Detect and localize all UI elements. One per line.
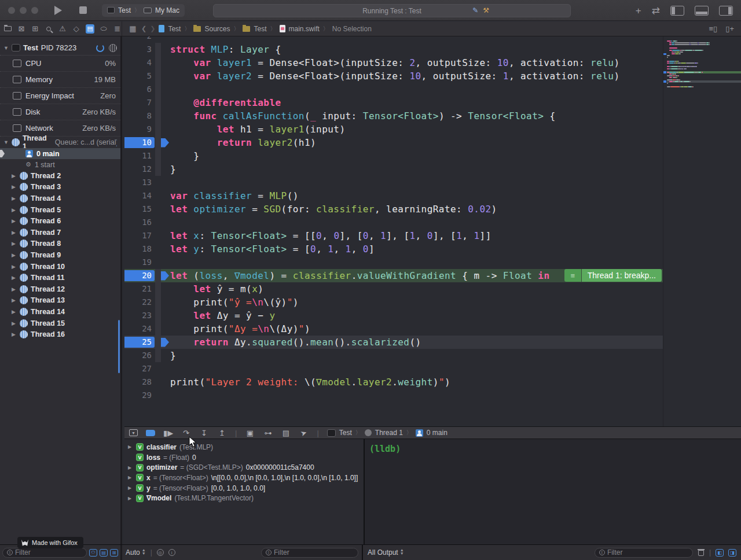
thread-row-thread-16[interactable]: ▶Thread 16 xyxy=(0,329,120,340)
line-number[interactable]: 22 xyxy=(124,296,155,309)
thread-row-thread-15[interactable]: ▶Thread 15 xyxy=(0,318,120,329)
code-line-8[interactable]: 8 func callAsFunction(_ input: Tensor<Fl… xyxy=(124,109,663,123)
thread-row-thread-3[interactable]: ▶Thread 3 xyxy=(0,182,120,193)
line-number[interactable]: 12 xyxy=(124,163,155,176)
code-line-10[interactable]: 10 return layer2(h1) xyxy=(124,136,663,149)
line-number[interactable]: 4 xyxy=(124,56,155,69)
console-view[interactable]: (lldb) xyxy=(364,439,741,544)
code-line-12[interactable]: 12} xyxy=(124,163,663,176)
disclosure-down-icon[interactable]: ▼ xyxy=(3,45,9,51)
toggle-inspector-button[interactable] xyxy=(719,6,733,16)
close-window-button[interactable] xyxy=(8,7,15,14)
line-number[interactable]: 2 xyxy=(124,36,155,43)
thread-row-thread-9[interactable]: ▶Thread 9 xyxy=(0,249,120,261)
console-filter-input[interactable]: ≡ Filter xyxy=(595,548,693,558)
line-number[interactable]: 21 xyxy=(124,282,155,296)
variables-filter-input[interactable]: ≡ Filter xyxy=(261,548,358,558)
variables-view[interactable]: ▶Vclassifier(Test.MLP)Vloss= (Float)0▶Vo… xyxy=(124,439,363,544)
code-line-13[interactable]: 13 xyxy=(124,176,663,189)
forward-icon[interactable]: ❯ xyxy=(150,25,155,32)
related-items-icon[interactable]: ▦ xyxy=(128,24,138,34)
editor-swap-icon[interactable]: ⇄ xyxy=(652,6,660,16)
breadcrumb-item[interactable]: main.swift xyxy=(289,25,320,33)
project-navigator-icon[interactable] xyxy=(3,24,12,34)
breakpoint-hit-badge[interactable]: ≡Thread 1: breakp... xyxy=(564,269,662,282)
debug-crumb-2[interactable]: 0 main xyxy=(427,429,447,437)
thread-row-thread-4[interactable]: ▶Thread 4 xyxy=(0,193,120,204)
hide-debug-area-icon[interactable]: ▼ xyxy=(129,429,138,436)
clear-console-icon[interactable] xyxy=(698,549,705,556)
debug-crumb-1[interactable]: Thread 1 xyxy=(375,429,403,437)
filter-breakpoints-icon[interactable]: ⬭ xyxy=(89,549,97,557)
simulate-location-icon[interactable]: ➤ xyxy=(298,428,310,438)
code-line-14[interactable]: 14var classifier = MLP() xyxy=(124,189,663,202)
navigator-filter-input[interactable]: ≡ Filter xyxy=(2,548,87,558)
step-out-icon[interactable]: ↥ xyxy=(217,429,227,437)
gauge-row-energy-impact[interactable]: Energy ImpactZero xyxy=(0,88,120,104)
symbol-navigator-icon[interactable]: ⊞ xyxy=(31,24,39,34)
line-number[interactable]: 6 xyxy=(124,83,155,96)
thread-row-thread-5[interactable]: ▶Thread 5 xyxy=(0,204,120,216)
thread-row-thread-10[interactable]: ▶Thread 10 xyxy=(0,261,120,272)
line-number[interactable]: 19 xyxy=(124,256,155,269)
code-line-21[interactable]: 21 let ŷ = m(x) xyxy=(124,282,663,296)
line-number[interactable]: 17 xyxy=(124,229,155,242)
breakpoint-marker[interactable]: 10 xyxy=(124,136,155,149)
test-navigator-icon[interactable]: ◇ xyxy=(72,24,80,34)
memory-graph-icon[interactable]: ⊶ xyxy=(263,429,273,437)
thread-row-thread-6[interactable]: ▶Thread 6 xyxy=(0,215,120,227)
breakpoint-marker[interactable]: 20 xyxy=(124,269,155,282)
add-editor-icon[interactable]: ▯+ xyxy=(725,24,734,33)
toggle-console-view-icon[interactable]: ◨ xyxy=(728,549,736,557)
line-number[interactable]: 27 xyxy=(124,362,155,375)
step-over-icon[interactable]: ↷ xyxy=(181,429,191,437)
issue-navigator-icon[interactable]: ⚠ xyxy=(58,24,67,34)
line-number[interactable]: 15 xyxy=(124,202,155,216)
code-line-5[interactable]: 5 var layer2 = Dense<Float>(inputSize: 1… xyxy=(124,69,663,83)
editor-minimap[interactable] xyxy=(663,36,741,426)
disclosure-down-icon[interactable]: ▼ xyxy=(3,139,9,145)
breadcrumb-item[interactable]: No Selection xyxy=(332,25,372,33)
line-number[interactable]: 9 xyxy=(124,123,155,136)
console-output-select[interactable]: All Output▲▼ xyxy=(368,548,404,557)
code-line-7[interactable]: 7 @differentiable xyxy=(124,96,663,109)
code-line-9[interactable]: 9 let h1 = layer1(input) xyxy=(124,123,663,136)
breadcrumb-item[interactable]: Test xyxy=(254,25,266,33)
debug-navigator-icon[interactable]: ▤ xyxy=(86,24,94,34)
line-number[interactable]: 29 xyxy=(124,389,155,402)
line-number[interactable]: 24 xyxy=(124,322,155,336)
code-line-22[interactable]: 22 print("ŷ =\n\(ŷ)") xyxy=(124,296,663,309)
line-number[interactable]: 7 xyxy=(124,96,155,109)
code-line-29[interactable]: 29 xyxy=(124,389,663,402)
filter-crashed-icon[interactable]: ▤ xyxy=(100,549,108,557)
code-line-20[interactable]: 20let (loss, ∇model) = classifier.valueW… xyxy=(124,269,663,282)
process-row[interactable]: ▼ Test PID 78223 xyxy=(0,40,120,56)
environment-overrides-icon[interactable]: ▤ xyxy=(281,429,291,437)
line-number[interactable]: 18 xyxy=(124,242,155,256)
profile-gauge-icon[interactable] xyxy=(109,44,117,52)
source-control-navigator-icon[interactable]: ⊠ xyxy=(17,24,26,34)
view-hierarchy-icon[interactable]: ▣ xyxy=(245,429,255,437)
variable-row-x[interactable]: ▶Vx= (Tensor<Float>)\n[[0.0, 0.0],\n [0.… xyxy=(124,473,363,483)
step-into-icon[interactable]: ↧ xyxy=(199,429,209,437)
filter-gpu-icon[interactable]: ⊞ xyxy=(110,549,118,557)
line-number[interactable]: 28 xyxy=(124,375,155,389)
track-variable-icon[interactable]: ◎ xyxy=(157,549,164,556)
code-line-11[interactable]: 11 } xyxy=(124,149,663,163)
thread-row-thread-11[interactable]: ▶Thread 11 xyxy=(0,272,120,283)
thread-row-thread-14[interactable]: ▶Thread 14 xyxy=(0,306,120,318)
breadcrumb-item[interactable]: Test xyxy=(168,25,181,33)
gauge-row-network[interactable]: NetworkZero KB/s xyxy=(0,120,120,137)
code-line-26[interactable]: 26} xyxy=(124,349,663,362)
code-line-27[interactable]: 27 xyxy=(124,362,663,375)
variable-row-classifier[interactable]: ▶Vclassifier(Test.MLP) xyxy=(124,442,363,452)
report-navigator-icon[interactable]: ≣ xyxy=(113,24,122,34)
continue-icon[interactable]: ▮▶ xyxy=(163,429,173,437)
code-line-2[interactable]: 2 xyxy=(124,36,663,43)
run-button[interactable] xyxy=(54,6,62,15)
line-number[interactable]: 16 xyxy=(124,216,155,229)
toggle-variables-view-icon[interactable]: ◧ xyxy=(716,549,724,557)
stack-frame-0-main[interactable]: 0 main xyxy=(0,148,120,159)
thread-row-thread-7[interactable]: ▶Thread 7 xyxy=(0,227,120,238)
debug-crumb-0[interactable]: Test xyxy=(339,429,352,437)
